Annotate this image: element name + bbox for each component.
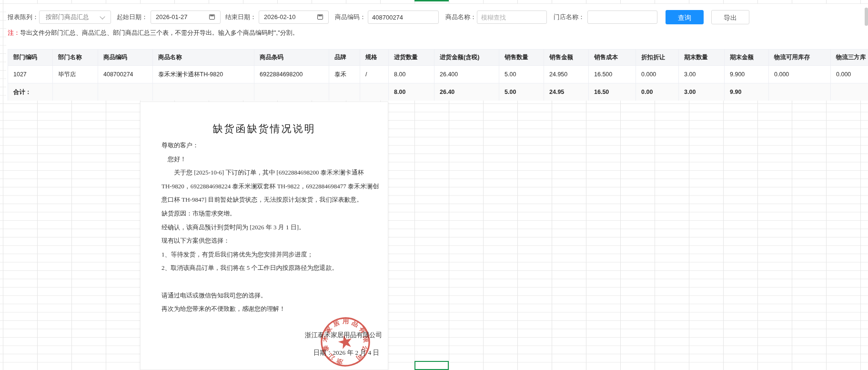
letter-line: 现有以下方案供您选择： [161, 234, 378, 248]
total-cell [254, 83, 329, 101]
table-cell: 16.500 [589, 66, 636, 83]
end-date-label: 结束日期： [225, 10, 256, 24]
table-cell: 1027 [8, 66, 53, 83]
product-name-label: 商品名称： [445, 10, 476, 24]
letter-line: 尊敬的客户： [161, 139, 378, 153]
total-cell: 5.00 [499, 83, 544, 101]
end-date-value: 2026-02-10 [264, 13, 296, 21]
column-header: 部门编码 [8, 50, 53, 66]
total-cell: 9.90 [725, 83, 769, 101]
report-type-label: 报表陈列： [8, 10, 39, 24]
total-cell [831, 83, 868, 101]
table-cell: 8.00 [389, 66, 434, 83]
column-header: 折扣折让 [636, 50, 679, 66]
letter-title: 缺货函缺货情况说明 [141, 122, 388, 135]
column-header: 部门名称 [53, 50, 98, 66]
letter-body: 尊敬的客户： 您好！ 关于您 [2025-10-6] 下订的订单，其中 [692… [161, 139, 378, 316]
query-button[interactable]: 查询 [666, 10, 704, 24]
table-cell: / [360, 66, 389, 83]
total-cell: 24.95 [544, 83, 589, 101]
table-cell: 3.00 [679, 66, 725, 83]
table-cell: 408700274 [98, 66, 153, 83]
total-cell: 3.00 [679, 83, 725, 101]
calendar-icon[interactable] [317, 14, 323, 20]
report-type-value: 按部门商品汇总 [46, 13, 89, 21]
start-date-label: 起始日期： [117, 10, 148, 24]
letter-line: 经确认，该商品预计到货时间为 [2026 年 3 月 1 日]。 [161, 221, 378, 235]
table-cell: 26.400 [434, 66, 499, 83]
spreadsheet-background: 报表陈列： 按部门商品汇总 起始日期： 2026-01-27 结束日期： 202… [0, 0, 868, 370]
table-cell: 毕节店 [53, 66, 98, 83]
total-cell [53, 83, 98, 101]
report-app-panel: 报表陈列： 按部门商品汇总 起始日期： 2026-01-27 结束日期： 202… [6, 4, 868, 101]
start-date-value: 2026-01-27 [156, 13, 188, 21]
total-label: 合计： [8, 83, 53, 101]
start-date-input[interactable]: 2026-01-27 [151, 10, 221, 24]
total-cell [153, 83, 254, 101]
total-cell [769, 83, 831, 101]
column-header: 销售数量 [499, 50, 544, 66]
column-header: 物流三方库 [831, 50, 868, 66]
summary-table: 部门编码 部门名称 商品编码 商品名称 商品条码 品牌 规格 进货数量 进货金额… [8, 49, 868, 101]
end-date-input[interactable]: 2026-02-10 [259, 10, 329, 24]
product-code-input[interactable] [368, 10, 439, 24]
column-header: 销售金额 [544, 50, 589, 66]
summary-table-wrap: 部门编码 部门名称 商品编码 商品名称 商品条码 品牌 规格 进货数量 进货金额… [8, 49, 868, 101]
column-header: 商品条码 [254, 50, 329, 66]
column-header: 进货数量 [389, 50, 434, 66]
letter-line: 缺货原因：市场需求突增。 [161, 207, 378, 221]
column-header: 销售成本 [589, 50, 636, 66]
column-header: 期末数量 [679, 50, 725, 66]
excel-active-cell-top-border [414, 0, 449, 1]
column-header: 商品名称 [153, 50, 254, 66]
total-cell [360, 83, 389, 101]
table-cell: 泰禾米澜卡通杯TH-9820 [153, 66, 254, 83]
report-type-select[interactable]: 按部门商品汇总 [39, 10, 111, 24]
column-header: 期末金额 [725, 50, 769, 66]
seal-star-icon: ★ [335, 330, 355, 354]
note-bar: 注：导出文件分部门汇总、商品汇总、部门商品汇总三个表，不需分开导出。输入多个商品… [8, 27, 299, 39]
letter-line: 关于您 [2025-10-6] 下订的订单，其中 [6922884698200 … [161, 166, 378, 180]
letter-line [161, 275, 378, 289]
total-cell: 8.00 [389, 83, 434, 101]
letter-line: 意口杯 TH-9847] 目前暂处缺货状态，无法按原计划发货，我们深表歉意。 [161, 193, 378, 207]
letter-line: 2、取消该商品订单，我们将在 5 个工作日内按原路径为您退款。 [161, 261, 378, 275]
note-text: 导出文件分部门汇总、商品汇总、部门商品汇总三个表，不需分开导出。输入多个商品编码… [20, 29, 299, 36]
product-code-label: 商品编码： [335, 10, 366, 24]
column-header: 物流可用库存 [769, 50, 831, 66]
letter-line: TH-9820，6922884698224 泰禾米澜双套杯 TH-9822，69… [161, 180, 378, 194]
column-header: 规格 [360, 50, 389, 66]
column-header: 进货金额(含税) [434, 50, 499, 66]
table-cell: 0.000 [636, 66, 679, 83]
total-cell [329, 83, 360, 101]
column-header: 品牌 [329, 50, 360, 66]
export-button[interactable]: 导出 [711, 10, 749, 24]
product-name-input[interactable] [477, 10, 547, 24]
calendar-icon[interactable] [209, 14, 215, 20]
table-cell: 6922884698200 [254, 66, 329, 83]
total-cell: 26.40 [434, 83, 499, 101]
column-header: 商品编码 [98, 50, 153, 66]
total-cell: 0.00 [636, 83, 679, 101]
table-cell: 0.000 [831, 66, 868, 83]
letter-line: 您好！ [161, 153, 378, 166]
excel-selected-cell[interactable] [414, 361, 449, 370]
store-name-input[interactable] [587, 10, 657, 24]
letter-line: 请通过电话或微信告知我司您的选择。 [161, 289, 378, 303]
table-cell: 0.000 [769, 66, 831, 83]
table-cell: 5.00 [499, 66, 544, 83]
total-row: 合计： 8.00 26.40 5.00 24.95 16.50 0.00 3 [8, 83, 868, 101]
table-cell: 24.950 [544, 66, 589, 83]
table-row: 1027 毕节店 408700274 泰禾米澜卡通杯TH-9820 692288… [8, 66, 868, 83]
note-prefix: 注： [8, 29, 20, 36]
total-cell: 16.50 [589, 83, 636, 101]
scrollbar-thumb[interactable] [865, 8, 868, 26]
store-name-label: 门店名称： [554, 10, 585, 24]
letter-line: 1、等待发货，有货后我们将优先为您安排并同步进度； [161, 248, 378, 262]
table-cell: 9.900 [725, 66, 769, 83]
chevron-down-icon [100, 14, 105, 19]
total-cell [98, 83, 153, 101]
table-cell: 泰禾 [329, 66, 360, 83]
toolbar: 报表陈列： 按部门商品汇总 起始日期： 2026-01-27 结束日期： 202… [6, 4, 868, 27]
header-row: 部门编码 部门名称 商品编码 商品名称 商品条码 品牌 规格 进货数量 进货金额… [8, 50, 868, 66]
